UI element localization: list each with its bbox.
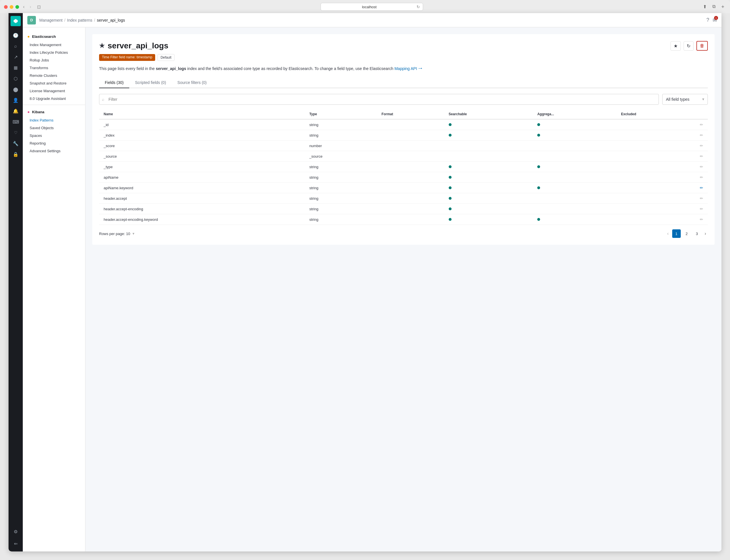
field-edit[interactable]: ✏ <box>695 183 708 193</box>
mapping-api-link[interactable]: Mapping API ⭢ <box>394 66 422 71</box>
visualize-icon[interactable]: ↗ <box>11 52 21 62</box>
dashboard-icon[interactable]: ▦ <box>11 63 21 73</box>
sidebar-item-remote-clusters[interactable]: Remote Clusters <box>23 72 85 79</box>
field-excluded <box>616 214 695 225</box>
page-title: ★ server_api_logs <box>99 41 168 50</box>
add-tab-icon[interactable]: + <box>719 3 726 11</box>
main-content: ★ server_api_logs ★ ↻ 🗑 Time Filter fiel… <box>85 27 721 551</box>
field-edit[interactable]: ✏ <box>695 119 708 130</box>
traffic-lights <box>4 5 19 9</box>
table-row: _source _source ✏ <box>99 151 708 162</box>
star-icon[interactable]: ★ <box>99 42 105 50</box>
default-badge: Default <box>157 54 174 61</box>
table-row: _type string ✏ <box>99 162 708 172</box>
next-page-button[interactable]: › <box>703 230 708 237</box>
rows-per-page[interactable]: Rows per page: 10 ▼ <box>99 232 135 236</box>
app-logo[interactable] <box>11 16 21 26</box>
share-icon[interactable]: ⬆ <box>701 3 708 11</box>
address-bar: localhost ↻ <box>45 3 699 11</box>
sidebar-item-index-lifecycle[interactable]: Index Lifecycle Policies <box>23 49 85 56</box>
field-edit[interactable]: ✏ <box>695 162 708 172</box>
prev-page-button[interactable]: ‹ <box>665 230 670 237</box>
wrench-icon[interactable]: 🔧 <box>11 138 21 149</box>
maximize-button[interactable] <box>15 5 19 9</box>
field-format <box>377 172 444 183</box>
col-name: Name <box>99 109 305 119</box>
sidebar-toggle-button[interactable]: ⊡ <box>35 4 42 10</box>
field-aggregatable <box>533 162 616 172</box>
sidebar-item-rollup[interactable]: Rollup Jobs <box>23 56 85 64</box>
breadcrumb-management[interactable]: Management <box>39 18 63 22</box>
field-excluded <box>616 193 695 204</box>
field-type: string <box>305 162 377 172</box>
field-edit[interactable]: ✏ <box>695 193 708 204</box>
refresh-button[interactable]: ↻ <box>684 41 694 51</box>
field-type-select[interactable]: All field types <box>662 94 708 105</box>
graph-icon[interactable]: ⬤ <box>11 84 21 94</box>
badges-row: Time Filter field name: timestamp Defaul… <box>99 54 708 61</box>
nav-back-button[interactable]: ‹ <box>22 4 26 10</box>
field-edit[interactable]: ✏ <box>695 151 708 162</box>
field-edit[interactable]: ✏ <box>695 204 708 214</box>
tab-icon[interactable]: ⧉ <box>711 3 717 11</box>
col-actions <box>695 109 708 119</box>
field-edit[interactable]: ✏ <box>695 214 708 225</box>
canvas-icon[interactable]: ⬡ <box>11 73 21 84</box>
breadcrumb-index-patterns[interactable]: Index patterns <box>67 18 92 22</box>
sidebar-item-upgrade[interactable]: 8.0 Upgrade Assistant <box>23 95 85 102</box>
field-format <box>377 119 444 130</box>
sidebar-item-saved-objects[interactable]: Saved Objects <box>23 124 85 132</box>
page-1[interactable]: 1 <box>672 229 681 238</box>
shield-icon[interactable]: 🔒 <box>11 149 21 159</box>
col-searchable: Searchable <box>444 109 533 119</box>
sidebar-item-index-patterns[interactable]: Index Patterns <box>23 116 85 124</box>
tab-fields[interactable]: Fields (30) <box>99 77 129 88</box>
collapse-sidebar-icon[interactable]: ⇐ <box>11 538 21 549</box>
sidebar-item-license[interactable]: License Management <box>23 87 85 95</box>
sidebar-item-spaces[interactable]: Spaces <box>23 132 85 139</box>
field-name: _source <box>99 151 305 162</box>
field-aggregatable <box>533 130 616 141</box>
field-format <box>377 193 444 204</box>
field-name: header.accept-encoding.keyword <box>99 214 305 225</box>
refresh-icon[interactable]: ↻ <box>417 5 420 9</box>
monitoring-icon[interactable]: ♡ <box>11 127 21 138</box>
sidebar-item-reporting[interactable]: Reporting <box>23 139 85 147</box>
sidebar-item-transforms[interactable]: Transforms <box>23 64 85 72</box>
field-format <box>377 162 444 172</box>
page-2[interactable]: 2 <box>682 229 691 238</box>
user-avatar[interactable]: D <box>27 16 36 24</box>
field-aggregatable <box>533 193 616 204</box>
tab-source-filters[interactable]: Source filters (0) <box>172 77 212 88</box>
help-icon[interactable]: ? <box>706 17 709 23</box>
field-edit[interactable]: ✏ <box>695 130 708 141</box>
user-icon[interactable]: 👤 <box>11 95 21 105</box>
settings-icon[interactable]: ⚙ <box>11 526 21 537</box>
notifications-button[interactable]: ✉ 1 <box>713 17 717 23</box>
field-type: string <box>305 130 377 141</box>
sidebar-item-advanced-settings[interactable]: Advanced Settings <box>23 147 85 155</box>
elasticsearch-section: ● Elasticsearch Index Management Index L… <box>23 32 85 102</box>
clock-icon[interactable]: 🕐 <box>11 30 21 40</box>
col-excluded: Excluded <box>616 109 695 119</box>
sidebar-item-snapshot-restore[interactable]: Snapshot and Restore <box>23 79 85 87</box>
sidebar-item-index-management[interactable]: Index Management <box>23 41 85 49</box>
close-button[interactable] <box>4 5 8 9</box>
field-edit[interactable]: ✏ <box>695 141 708 151</box>
delete-button[interactable]: 🗑 <box>696 41 708 51</box>
field-format <box>377 130 444 141</box>
page-3[interactable]: 3 <box>693 229 701 238</box>
discover-icon[interactable]: ⌕ <box>11 41 21 51</box>
table-row: _score number ✏ <box>99 141 708 151</box>
field-edit[interactable]: ✏ <box>695 172 708 183</box>
filter-input[interactable] <box>99 94 659 105</box>
field-searchable <box>444 119 533 130</box>
tab-scripted-fields[interactable]: Scripted fields (0) <box>129 77 172 88</box>
devtools-icon[interactable]: ⌨ <box>11 117 21 127</box>
field-type: number <box>305 141 377 151</box>
field-searchable <box>444 172 533 183</box>
nav-forward-button[interactable]: › <box>28 4 32 10</box>
favorite-button[interactable]: ★ <box>671 41 681 51</box>
minimize-button[interactable] <box>10 5 13 9</box>
alerts-icon[interactable]: 🔔 <box>11 106 21 116</box>
